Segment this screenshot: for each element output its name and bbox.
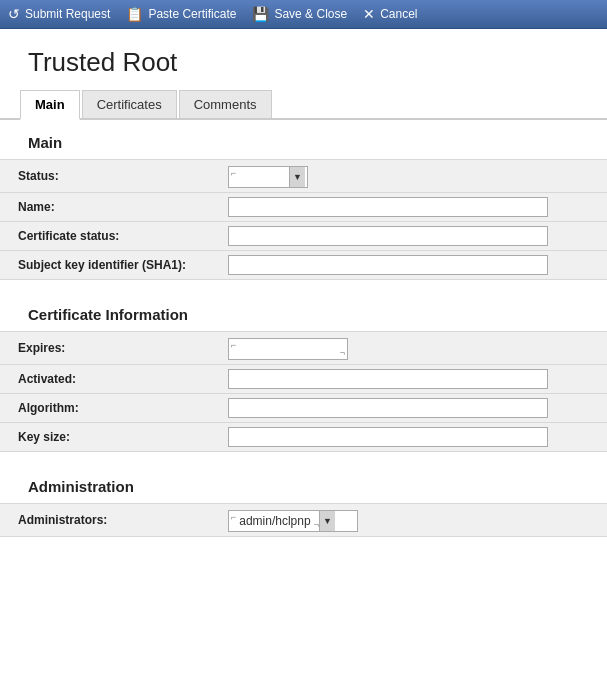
table-row: Algorithm: bbox=[0, 394, 607, 423]
tab-certificates[interactable]: Certificates bbox=[82, 90, 177, 118]
main-section: Main Status: ⌐ ▼ Name: Certifi bbox=[0, 120, 607, 280]
subject-key-value-cell bbox=[220, 251, 607, 280]
tab-bar: Main Certificates Comments bbox=[0, 90, 607, 120]
name-input[interactable] bbox=[228, 197, 548, 217]
activated-label: Activated: bbox=[0, 365, 220, 394]
toolbar: ↺ Submit Request 📋 Paste Certificate 💾 S… bbox=[0, 0, 607, 29]
certificate-section-header: Certificate Information bbox=[0, 292, 607, 331]
paste-certificate-button[interactable]: 📋 Paste Certificate bbox=[126, 6, 236, 22]
tab-main[interactable]: Main bbox=[20, 90, 80, 120]
algorithm-label: Algorithm: bbox=[0, 394, 220, 423]
activated-value-cell bbox=[220, 365, 607, 394]
certificate-form-table: Expires: ⌐ ¬ Activated: Algorithm: bbox=[0, 331, 607, 452]
expires-field[interactable]: ⌐ ¬ bbox=[228, 338, 348, 360]
submit-label: Submit Request bbox=[25, 7, 110, 21]
main-section-header: Main bbox=[0, 120, 607, 159]
status-field[interactable]: ⌐ ▼ bbox=[228, 166, 308, 188]
page-title: Trusted Root bbox=[0, 29, 607, 90]
cert-status-input[interactable] bbox=[228, 226, 548, 246]
algorithm-input[interactable] bbox=[228, 398, 548, 418]
activated-input[interactable] bbox=[228, 369, 548, 389]
table-row: Certificate status: bbox=[0, 222, 607, 251]
table-row: Activated: bbox=[0, 365, 607, 394]
administration-section: Administration Administrators: ⌐ admin/h… bbox=[0, 464, 607, 537]
algorithm-value-cell bbox=[220, 394, 607, 423]
keysize-input[interactable] bbox=[228, 427, 548, 447]
submit-icon: ↺ bbox=[8, 6, 20, 22]
main-form-table: Status: ⌐ ▼ Name: Certificate status: bbox=[0, 159, 607, 280]
expires-value-cell: ⌐ ¬ bbox=[220, 332, 607, 365]
expires-label: Expires: bbox=[0, 332, 220, 365]
table-row: Name: bbox=[0, 193, 607, 222]
administrators-dropdown-btn[interactable]: ▼ bbox=[319, 511, 335, 531]
status-dropdown-btn[interactable]: ▼ bbox=[289, 167, 305, 187]
administrators-value-cell: ⌐ admin/hclpnp ¬ ▼ bbox=[220, 504, 607, 537]
administrators-label: Administrators: bbox=[0, 504, 220, 537]
status-label: Status: bbox=[0, 160, 220, 193]
save-label: Save & Close bbox=[274, 7, 347, 21]
administrators-field[interactable]: ⌐ admin/hclpnp ¬ ▼ bbox=[228, 510, 358, 532]
table-row: Administrators: ⌐ admin/hclpnp ¬ ▼ bbox=[0, 504, 607, 537]
field-corner-icon: ⌐ bbox=[231, 168, 236, 178]
tab-comments[interactable]: Comments bbox=[179, 90, 272, 118]
table-row: Status: ⌐ ▼ bbox=[0, 160, 607, 193]
cancel-button[interactable]: ✕ Cancel bbox=[363, 6, 417, 22]
cancel-label: Cancel bbox=[380, 7, 417, 21]
save-close-button[interactable]: 💾 Save & Close bbox=[252, 6, 347, 22]
status-value-cell: ⌐ ▼ bbox=[220, 160, 607, 193]
cancel-icon: ✕ bbox=[363, 6, 375, 22]
name-label: Name: bbox=[0, 193, 220, 222]
submit-request-button[interactable]: ↺ Submit Request bbox=[8, 6, 110, 22]
name-value-cell bbox=[220, 193, 607, 222]
administrators-value: admin/hclpnp bbox=[236, 514, 313, 528]
subject-key-label: Subject key identifier (SHA1): bbox=[0, 251, 220, 280]
certificate-section: Certificate Information Expires: ⌐ ¬ Act… bbox=[0, 292, 607, 452]
cert-status-label: Certificate status: bbox=[0, 222, 220, 251]
administration-form-table: Administrators: ⌐ admin/hclpnp ¬ ▼ bbox=[0, 503, 607, 537]
cert-status-value-cell bbox=[220, 222, 607, 251]
paste-label: Paste Certificate bbox=[148, 7, 236, 21]
save-icon: 💾 bbox=[252, 6, 269, 22]
keysize-label: Key size: bbox=[0, 423, 220, 452]
administration-section-header: Administration bbox=[0, 464, 607, 503]
table-row: Expires: ⌐ ¬ bbox=[0, 332, 607, 365]
keysize-value-cell bbox=[220, 423, 607, 452]
paste-icon: 📋 bbox=[126, 6, 143, 22]
subject-key-input[interactable] bbox=[228, 255, 548, 275]
content-area: Main Status: ⌐ ▼ Name: Certifi bbox=[0, 120, 607, 557]
field-corner-icon: ⌐ bbox=[231, 340, 236, 350]
expires-corner2: ¬ bbox=[340, 348, 345, 358]
table-row: Key size: bbox=[0, 423, 607, 452]
table-row: Subject key identifier (SHA1): bbox=[0, 251, 607, 280]
